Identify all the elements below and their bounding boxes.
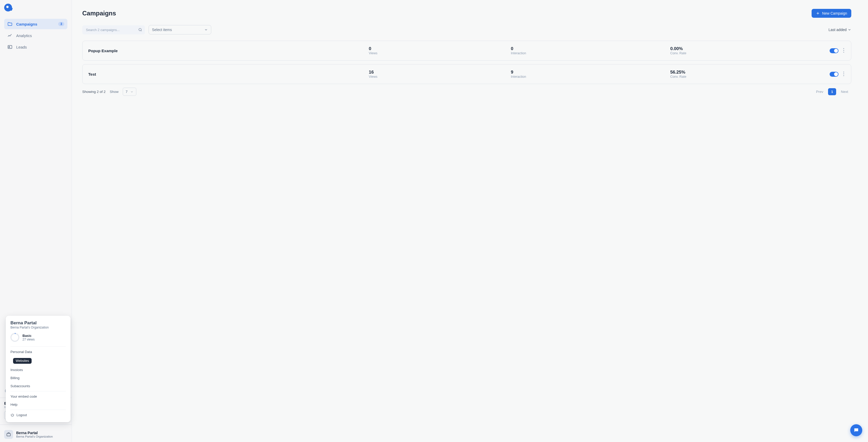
page-size-value: 7 <box>126 90 128 94</box>
svg-point-10 <box>843 50 844 50</box>
sidebar-badge: 3 <box>58 22 64 26</box>
account-name: Berna Partal <box>16 431 53 435</box>
svg-rect-0 <box>8 45 12 48</box>
page-size-select[interactable]: 7 <box>123 88 136 96</box>
popover-item-logout[interactable]: Logout <box>6 411 70 419</box>
plus-icon <box>816 11 820 15</box>
items-select[interactable]: Select items <box>149 25 211 34</box>
campaign-name[interactable]: Test <box>88 72 365 76</box>
pager-show-label: Show <box>110 90 119 94</box>
conv-label: Conv. Rate <box>670 52 826 55</box>
id-card-icon <box>7 44 12 49</box>
views-label: Views <box>369 75 507 78</box>
kebab-icon <box>843 48 844 53</box>
popover-item-billing[interactable]: Billing <box>6 374 70 382</box>
avatar <box>4 430 13 439</box>
chart-line-icon <box>7 33 12 38</box>
plan-usage: 27 views <box>23 338 35 341</box>
sidebar-item-label: Campaigns <box>16 22 37 26</box>
pager-next[interactable]: Next <box>838 88 851 95</box>
app-logo[interactable] <box>4 4 12 11</box>
conv-label: Conv. Rate <box>670 75 826 78</box>
chat-fab[interactable] <box>850 424 862 436</box>
popover-name: Berna Partal <box>10 320 66 326</box>
svg-point-14 <box>843 75 844 76</box>
search-icon <box>138 28 142 32</box>
popover-item-websites[interactable]: Websites <box>6 356 70 366</box>
pager-showing: Showing 2 of 2 <box>82 90 105 94</box>
popover-item-help[interactable]: Help <box>6 401 70 409</box>
popover-item-embed-code[interactable]: Your embed code <box>6 393 70 401</box>
popover-item-personal-data[interactable]: Personal Data <box>6 348 70 356</box>
chevron-down-icon <box>848 28 851 32</box>
pager-current[interactable]: 1 <box>828 88 836 95</box>
plan-progress-ring <box>10 333 19 342</box>
new-campaign-label: New Campaign <box>822 11 847 15</box>
sidebar-item-leads[interactable]: Leads <box>4 42 67 52</box>
conv-value: 56.25% <box>670 70 826 75</box>
svg-point-9 <box>843 48 844 49</box>
row-menu-button[interactable] <box>842 47 845 55</box>
interaction-value: 9 <box>511 70 666 75</box>
chat-bubble-icon <box>854 428 859 433</box>
new-campaign-button[interactable]: New Campaign <box>812 9 851 18</box>
svg-point-13 <box>843 73 844 74</box>
plan-name: Basic <box>23 334 35 338</box>
interaction-value: 0 <box>511 46 666 52</box>
sidebar-item-campaigns[interactable]: Campaigns 3 <box>4 19 67 29</box>
page-title: Campaigns <box>82 10 116 17</box>
campaign-toggle[interactable] <box>830 72 838 77</box>
svg-rect-7 <box>7 433 10 436</box>
search-input[interactable] <box>82 25 145 34</box>
sort-label: Last added <box>829 28 846 32</box>
row-menu-button[interactable] <box>842 70 845 78</box>
campaign-row: Test 16 Views 9 Interaction 56.25% Conv.… <box>82 64 851 84</box>
interaction-label: Interaction <box>511 52 666 55</box>
views-value: 16 <box>369 70 507 75</box>
campaign-toggle[interactable] <box>830 48 838 53</box>
kebab-icon <box>843 71 844 76</box>
folder-icon <box>7 22 12 27</box>
sidebar-account[interactable]: Berna Partal Berna Partal's Organization <box>0 428 71 439</box>
sidebar-item-label: Analytics <box>16 33 32 38</box>
svg-point-8 <box>139 28 141 31</box>
svg-point-1 <box>9 46 10 47</box>
sidebar-item-analytics[interactable]: Analytics <box>4 30 67 41</box>
interaction-label: Interaction <box>511 75 666 78</box>
conv-value: 0.00% <box>670 46 826 52</box>
select-placeholder: Select items <box>152 28 172 32</box>
campaign-name[interactable]: Popup Example <box>88 48 365 53</box>
pager-prev[interactable]: Prev <box>813 88 827 95</box>
svg-point-12 <box>843 71 844 72</box>
account-popover: Berna Partal Berna Partal's Organization… <box>6 316 70 422</box>
sort-dropdown[interactable]: Last added <box>829 28 851 32</box>
account-org: Berna Partal's Organization <box>16 435 53 438</box>
power-icon <box>10 413 14 417</box>
briefcase-icon <box>6 432 11 437</box>
campaign-row: Popup Example 0 Views 0 Interaction 0.00… <box>82 41 851 61</box>
svg-point-11 <box>843 52 844 53</box>
chevron-down-icon <box>204 28 208 32</box>
views-value: 0 <box>369 46 507 52</box>
views-label: Views <box>369 52 507 55</box>
sidebar-item-label: Leads <box>16 45 27 49</box>
popover-item-subaccounts[interactable]: Subaccounts <box>6 382 70 390</box>
popover-org: Berna Partal's Organization <box>10 326 66 329</box>
chevron-down-icon <box>130 90 133 93</box>
popover-item-invoices[interactable]: Invoices <box>6 366 70 374</box>
